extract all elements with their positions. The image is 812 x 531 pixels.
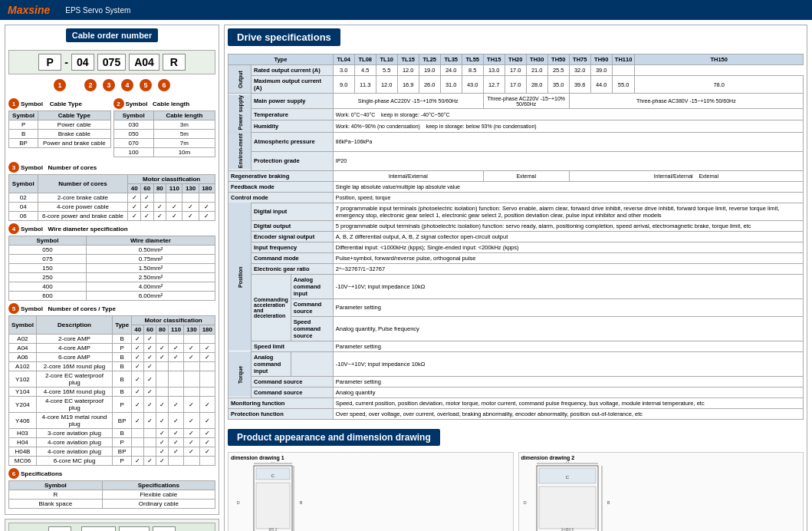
brand-logo: Maxsine [8,4,50,16]
drawing2-label: dimension drawing 2 [521,455,801,460]
pn-seg-04: 04 [71,54,94,71]
main-content: Cable order number P - 04 075 A04 R 1 2 … [0,20,812,531]
right-column: Drive specifications [224,25,807,531]
product-drawing-title: Product appearance and dimension drawing [228,429,440,446]
p-part-circles: 1 2 3 4 5 6 [8,79,215,91]
cable-length-table: SymbolCable length 0303m 0505m 0707m 100… [113,110,216,157]
circle-5: 5 [140,79,152,91]
svg-text:A: A [271,462,275,463]
col-cable-type: Cable Type [38,111,110,120]
svg-text:D: D [237,500,240,505]
e-part-number-display: E - 1394 A09 R [8,523,215,531]
svg-text:B: B [300,500,303,505]
pn-seg-P: P [38,54,61,71]
svg-text:2×Ø4.5: 2×Ø4.5 [561,527,574,531]
header: Maxsine EPS Servo System [0,0,812,20]
drawing1-svg: C A B D E Ø5.2 [231,462,353,531]
circle-1: 1 [54,79,66,91]
drive-spec-title: Drive specifications [228,28,340,46]
drive-spec-table: Type TL04TL08TL10TL15TL25TL35TL55TH15TH2… [228,54,804,420]
pn-seg-A09: A09 [119,526,150,531]
circle-4: 4 [121,79,133,91]
cable-order-title: Cable order number [66,28,159,42]
pn-seg-R2: R [153,526,176,531]
svg-text:D: D [524,500,527,505]
left-column: Cable order number P - 04 075 A04 R 1 2 … [5,25,219,531]
drawing1-label: dimension drawing 1 [231,455,511,460]
circle-2: 2 [84,79,97,91]
svg-text:B: B [607,500,610,505]
cable-type-table: SymbolCable Type PPower cable BBrake cab… [8,110,111,148]
spec-table-cable: SymbolSpecifications RFlexible cable Bla… [8,480,215,509]
pn-seg-075: 075 [97,54,126,71]
col-symbol: Symbol [9,111,38,120]
pn-seg-R: R [163,54,186,71]
svg-text:A: A [566,462,569,463]
cores-table: Symbol Number of cores Motor classificat… [8,174,215,221]
circle-6: 6 [158,79,170,91]
pn-seg-1394: 1394 [81,526,116,531]
header-subtitle: EPS Servo System [65,6,130,15]
pn-seg-A04: A04 [129,54,159,71]
circle-3: 3 [103,79,115,91]
drawing2-svg: C A B D E 2×Ø4.5 [521,462,667,531]
wire-diameter-table: SymbolWire diameter 0500.50mm² 0750.75mm… [8,236,215,301]
svg-text:C: C [565,475,569,480]
pn-seg-E: E [48,526,71,531]
svg-text:Ø5.2: Ø5.2 [269,527,278,531]
plug-type-table: Symbol Description Type Motor classifica… [8,315,215,466]
svg-rect-2 [256,483,290,529]
svg-text:C: C [271,473,275,478]
sym-cable-length-label: Symbol Cable length [126,101,190,107]
sym-cable-type-label: Symbol Cable Type [21,101,82,107]
svg-rect-16 [539,486,596,529]
page: Maxsine EPS Servo System Cable order num… [0,0,812,531]
p-part-number-display: P - 04 075 A04 R [8,50,215,74]
